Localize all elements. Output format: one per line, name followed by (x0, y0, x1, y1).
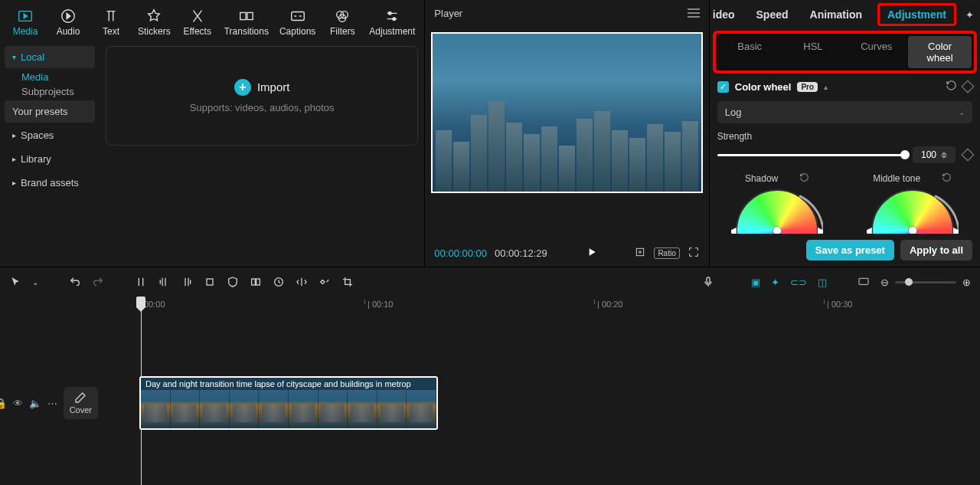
zoom-out-button[interactable]: ⊖ (880, 277, 889, 288)
mirror-tool[interactable] (296, 276, 308, 288)
media-icon (17, 8, 34, 25)
subtab-basic[interactable]: Basic (718, 36, 782, 68)
svg-point-11 (639, 251, 642, 254)
pointer-dropdown[interactable]: ⌄ (32, 278, 38, 287)
strength-label: Strength (717, 131, 972, 142)
sidebar-library-label: Library (21, 153, 51, 165)
video-clip[interactable]: Day and night transition time lapse of c… (139, 376, 438, 430)
fullscreen-icon[interactable] (688, 246, 700, 261)
magnet-tool[interactable]: ▣ (751, 277, 760, 288)
trim-left-tool[interactable] (158, 276, 170, 288)
tab-effects[interactable]: Effects (177, 5, 218, 40)
magic-icon[interactable]: ✦ (965, 9, 974, 21)
sidebar-item-brand[interactable]: ▸Brand assets (5, 172, 95, 194)
sidebar-item-presets[interactable]: Your presets (5, 100, 95, 123)
redo-button[interactable] (92, 276, 104, 288)
sidebar-item-spaces[interactable]: ▸Spaces (5, 124, 95, 146)
sidebar-item-media[interactable]: Media (5, 71, 95, 83)
shadow-wheel-group: Shadow ◀ ▶ (731, 172, 823, 234)
tab-adjustment-right[interactable]: Adjustment (884, 7, 949, 22)
crop2-tool[interactable] (341, 276, 354, 288)
apply-all-button[interactable]: Apply to all (900, 240, 972, 261)
ratio-button[interactable]: Ratio (654, 247, 679, 259)
checkbox-colorwheel[interactable]: ✓ (717, 81, 729, 93)
track-controls: ⊟ 🔒 👁 🔈 ⋯ Cover (0, 376, 107, 430)
shadow-color-wheel[interactable]: ◀ ▶ (731, 189, 823, 234)
chevron-up-icon[interactable]: ▴ (824, 83, 828, 91)
tab-filters-label: Filters (330, 26, 355, 37)
reset-icon[interactable] (946, 80, 957, 93)
captions-icon (289, 8, 306, 25)
shadow-reset-icon[interactable] (799, 172, 809, 185)
import-dropzone[interactable]: + Import Supports: videos, audios, photo… (106, 46, 418, 146)
track-mute-icon[interactable]: 🔈 (29, 398, 41, 409)
stickers-icon (145, 8, 162, 25)
zoom-slider[interactable] (895, 281, 956, 283)
tab-adjustment-label: Adjustment (369, 26, 415, 37)
player-menu-icon[interactable] (688, 8, 700, 18)
speed-tool[interactable] (273, 276, 285, 288)
split-tool[interactable] (135, 276, 147, 288)
video-preview[interactable] (431, 32, 702, 193)
svg-rect-17 (859, 278, 868, 284)
svg-rect-10 (637, 248, 644, 255)
shield-tool[interactable] (227, 276, 239, 288)
snap-tool[interactable]: ✦ (771, 277, 779, 288)
crop-tool[interactable] (204, 276, 216, 288)
mic-icon[interactable] (702, 276, 714, 288)
track-eye-icon[interactable]: 👁 (13, 398, 23, 409)
tab-audio[interactable]: Audio (47, 5, 89, 40)
midtone-color-wheel[interactable]: ◀ ▶ (867, 189, 959, 234)
zoom-control: ⊖ ⊕ (880, 277, 971, 288)
timeline-panel: ⌄ ▣ ✦ ⊂⊃ ◫ ⊖ (0, 267, 980, 485)
tab-video[interactable]: ideo (707, 4, 741, 25)
tab-media[interactable]: Media (5, 5, 46, 40)
timeline-ruler[interactable]: 00:00 | 00:10 | 00:20 | 00:30 (0, 297, 980, 315)
svg-rect-13 (252, 279, 256, 285)
mode-select[interactable]: Log ⌄ (717, 101, 972, 123)
tab-adjustment[interactable]: Adjustment (364, 5, 420, 40)
tab-transitions[interactable]: Transitions (220, 5, 273, 40)
subtab-hsl[interactable]: HSL (782, 36, 845, 68)
tab-captions[interactable]: Captions (275, 5, 320, 40)
subtab-curves[interactable]: Curves (844, 36, 908, 68)
zoom-in-button[interactable]: ⊕ (962, 277, 971, 288)
keyframe-strength-icon[interactable] (962, 149, 975, 162)
tab-speed[interactable]: Speed (750, 4, 795, 25)
frames-tool[interactable] (250, 276, 262, 288)
undo-button[interactable] (69, 276, 81, 288)
keyframe-icon[interactable] (962, 80, 975, 93)
strength-slider[interactable] (717, 154, 905, 156)
tick-3: | 00:30 (827, 300, 852, 309)
media-sidebar: ▾Local Media Subprojects Your presets ▸S… (0, 40, 100, 267)
sidebar-spaces-label: Spaces (21, 129, 54, 141)
tab-filters[interactable]: Filters (322, 5, 363, 40)
save-preset-button[interactable]: Save as preset (806, 240, 894, 261)
strength-value: 100 (921, 149, 936, 160)
svg-rect-14 (256, 279, 260, 285)
cover-button[interactable]: Cover (64, 387, 98, 419)
tab-stickers[interactable]: Stickers (133, 5, 175, 40)
sidebar-item-local[interactable]: ▾Local (5, 46, 95, 68)
sidebar-item-library[interactable]: ▸Library (5, 148, 95, 170)
tab-text[interactable]: Text (90, 5, 132, 40)
midtone-reset-icon[interactable] (942, 172, 952, 185)
preview-tool[interactable] (858, 276, 870, 288)
align-tool[interactable]: ◫ (818, 277, 827, 288)
track-lock-icon[interactable]: 🔒 (0, 398, 7, 409)
link-tool[interactable]: ⊂⊃ (790, 277, 807, 288)
effects-icon (189, 8, 206, 25)
subtab-colorwheel[interactable]: Color wheel (908, 36, 972, 68)
crop-icon[interactable] (634, 246, 646, 261)
strength-input[interactable]: 100 (913, 146, 956, 163)
sidebar-item-subprojects[interactable]: Subprojects (5, 86, 95, 97)
timeline-tracks[interactable]: Day and night transition time lapse of c… (107, 315, 980, 485)
track-more-icon[interactable]: ⋯ (47, 398, 57, 409)
midtone-label: Middle tone (873, 173, 920, 184)
pointer-tool[interactable] (9, 276, 21, 288)
tab-audio-label: Audio (57, 26, 80, 37)
tab-animation[interactable]: Animation (804, 4, 868, 25)
trim-right-tool[interactable] (181, 276, 193, 288)
play-button[interactable] (586, 246, 598, 261)
rotate-tool[interactable] (318, 276, 331, 288)
